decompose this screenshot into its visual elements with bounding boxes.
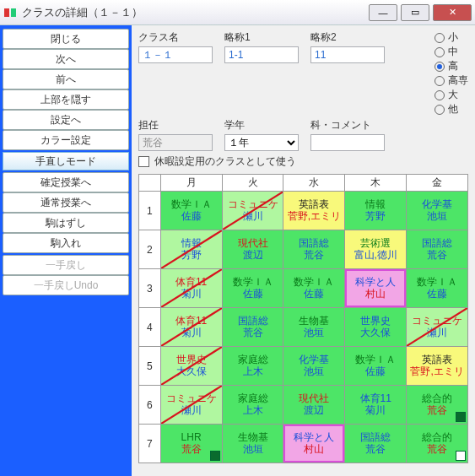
- timetable-cell[interactable]: 情報芳野: [345, 192, 407, 230]
- sidebar-btn-0[interactable]: 閉じる: [3, 29, 129, 49]
- timetable-cell[interactable]: 総合的荒谷: [407, 425, 468, 463]
- sidebar-disabled-1: 一手戻しUndo: [3, 275, 129, 295]
- period-label: 3: [139, 269, 161, 308]
- vacation-checkbox[interactable]: 休暇設定用のクラスとして使う: [138, 154, 468, 169]
- minimize-button[interactable]: —: [369, 4, 397, 21]
- sidebar-btn-3[interactable]: 上部を隠す: [3, 89, 129, 110]
- sidebar-btn2-1[interactable]: 通常授業へ: [3, 192, 129, 213]
- svg-rect-0: [4, 8, 9, 17]
- timetable: 月火水木金 1数学ＩＡ佐藤コミュニケ瀬川英語表菅野,エミリ情報芳野化学基池垣2情…: [138, 174, 468, 463]
- input-ka[interactable]: [310, 134, 385, 151]
- day-header: 金: [407, 175, 468, 192]
- timetable-cell[interactable]: 国語総荒谷: [283, 230, 345, 269]
- sidebar-btn-4[interactable]: 設定へ: [3, 110, 129, 130]
- timetable-cell[interactable]: 現代社渡辺: [222, 230, 283, 269]
- day-header: 月: [160, 175, 222, 192]
- timetable-cell[interactable]: 生物基池垣: [222, 425, 283, 463]
- timetable-cell[interactable]: 数学ＩＡ佐藤: [345, 347, 407, 386]
- sidebar-btn2-0[interactable]: 確定授業へ: [3, 172, 129, 192]
- timetable-cell[interactable]: コミュニケ瀬川: [222, 192, 283, 230]
- svg-rect-1: [11, 8, 16, 17]
- period-label: 6: [139, 386, 161, 425]
- sidebar-section-header: 手直しモード: [3, 152, 129, 170]
- timetable-cell[interactable]: 国語総荒谷: [222, 308, 283, 347]
- timetable-cell[interactable]: 世界史大久保: [160, 347, 222, 386]
- radio-中[interactable]: 中: [435, 45, 468, 59]
- label-abbr1: 略称1: [224, 30, 299, 45]
- timetable-cell[interactable]: 数学ＩＡ佐藤: [160, 192, 222, 230]
- input-tannin: [138, 134, 213, 151]
- timetable-cell[interactable]: 数学ＩＡ佐藤: [407, 269, 468, 308]
- timetable-cell[interactable]: 科学と人村山: [283, 425, 345, 463]
- input-classname[interactable]: [138, 46, 213, 63]
- input-abbr1[interactable]: [224, 46, 299, 63]
- main-panel: クラス名 略称1 略称2 小中高高専大他 担任 学年１年 科・コメント 休暇設定…: [132, 25, 475, 476]
- label-abbr2: 略称2: [310, 30, 385, 45]
- timetable-cell[interactable]: 化学基池垣: [407, 192, 468, 230]
- sidebar-disabled-0: 一手戻し: [3, 255, 129, 275]
- radio-大[interactable]: 大: [435, 88, 468, 102]
- timetable-cell[interactable]: LHR荒谷: [160, 425, 222, 463]
- timetable-cell[interactable]: 体育11菊川: [160, 269, 222, 308]
- timetable-cell[interactable]: 化学基池垣: [283, 347, 345, 386]
- day-header: 水: [283, 175, 345, 192]
- sidebar-btn-1[interactable]: 次へ: [3, 49, 129, 69]
- timetable-cell[interactable]: 数学ＩＡ佐藤: [283, 269, 345, 308]
- period-label: 1: [139, 192, 161, 230]
- day-header: 木: [345, 175, 407, 192]
- label-ka: 科・コメント: [310, 118, 385, 133]
- radio-小[interactable]: 小: [435, 30, 468, 45]
- period-label: 2: [139, 230, 161, 269]
- timetable-cell[interactable]: 情報芳野: [160, 230, 222, 269]
- timetable-cell[interactable]: 英語表菅野,エミリ: [283, 192, 345, 230]
- sidebar-btn2-2[interactable]: 駒はずし: [3, 213, 129, 233]
- timetable-cell[interactable]: 体育11菊川: [160, 308, 222, 347]
- close-button[interactable]: ✕: [433, 4, 472, 21]
- label-grade: 学年: [224, 118, 299, 133]
- sidebar-btn-2[interactable]: 前へ: [3, 69, 129, 89]
- timetable-cell[interactable]: 科学と人村山: [345, 269, 407, 308]
- timetable-cell[interactable]: コミュニケ瀬川: [407, 308, 468, 347]
- label-tannin: 担任: [138, 118, 213, 133]
- radio-高[interactable]: 高: [435, 59, 468, 73]
- timetable-cell[interactable]: 生物基池垣: [283, 308, 345, 347]
- timetable-cell[interactable]: 家庭総上木: [222, 386, 283, 425]
- app-icon: [3, 6, 17, 19]
- select-grade[interactable]: １年: [224, 134, 299, 151]
- timetable-cell[interactable]: 現代社渡辺: [283, 386, 345, 425]
- checkbox-icon: [138, 156, 149, 167]
- timetable-cell[interactable]: 家庭総上木: [222, 347, 283, 386]
- timetable-cell[interactable]: 芸術選富山,徳川: [345, 230, 407, 269]
- sidebar-btn-5[interactable]: カラー設定: [3, 130, 129, 150]
- timetable-cell[interactable]: コミュニケ瀬川: [160, 386, 222, 425]
- period-label: 4: [139, 308, 161, 347]
- period-label: 7: [139, 425, 161, 463]
- radio-他[interactable]: 他: [435, 102, 468, 116]
- sidebar-btn2-3[interactable]: 駒入れ: [3, 233, 129, 253]
- input-abbr2[interactable]: [310, 46, 385, 63]
- day-header: 火: [222, 175, 283, 192]
- timetable-cell[interactable]: 総合的荒谷: [407, 386, 468, 425]
- timetable-cell[interactable]: 英語表菅野,エミリ: [407, 347, 468, 386]
- timetable-cell[interactable]: 国語総荒谷: [407, 230, 468, 269]
- timetable-cell[interactable]: 数学ＩＡ佐藤: [222, 269, 283, 308]
- period-label: 5: [139, 347, 161, 386]
- titlebar: クラスの詳細（１－１） — ▭ ✕: [0, 0, 475, 25]
- window-title: クラスの詳細（１－１）: [22, 5, 143, 20]
- timetable-cell[interactable]: 世界史大久保: [345, 308, 407, 347]
- sidebar: 閉じる次へ前へ上部を隠す設定へカラー設定 手直しモード 確定授業へ通常授業へ駒は…: [0, 25, 132, 476]
- timetable-cell[interactable]: 国語総荒谷: [345, 425, 407, 463]
- maximize-button[interactable]: ▭: [401, 4, 429, 21]
- label-classname: クラス名: [138, 30, 213, 45]
- timetable-cell[interactable]: 体育11菊川: [345, 386, 407, 425]
- radio-高専[interactable]: 高専: [435, 73, 468, 88]
